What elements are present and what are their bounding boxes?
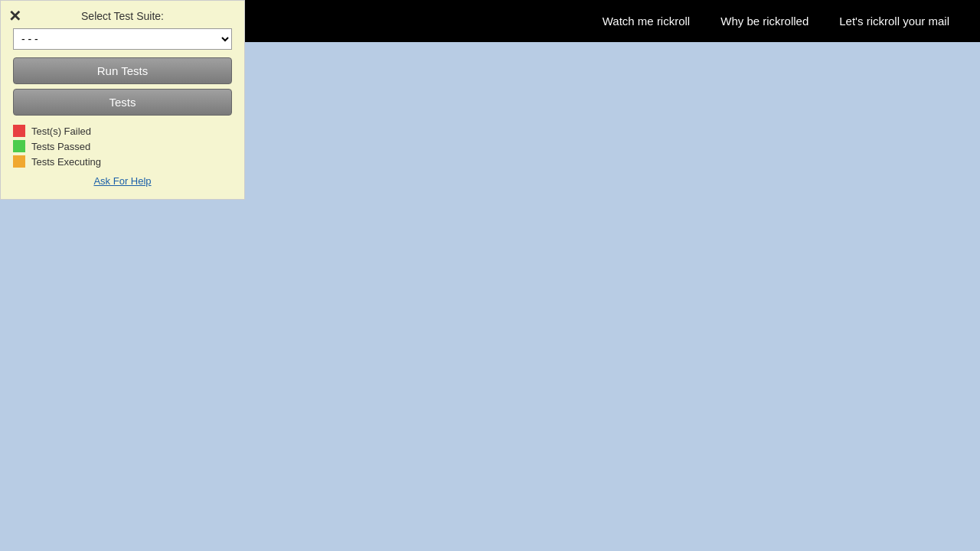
legend-executing: Tests Executing: [13, 155, 232, 168]
tests-button[interactable]: Tests: [13, 89, 232, 116]
suite-select[interactable]: - - -: [13, 28, 232, 50]
executing-label: Tests Executing: [31, 156, 101, 168]
executing-color-swatch: [13, 155, 25, 168]
close-button[interactable]: ✕: [8, 8, 21, 24]
ask-for-help-link[interactable]: Ask For Help: [13, 175, 232, 187]
nav-watch[interactable]: Watch me rickroll: [603, 15, 690, 28]
nav-why[interactable]: Why be rickrolled: [720, 15, 808, 28]
legend-failed: Test(s) Failed: [13, 125, 232, 137]
legend-passed: Tests Passed: [13, 140, 232, 152]
main-nav: Watch me rickroll Why be rickrolled Let'…: [603, 15, 949, 28]
run-tests-button[interactable]: Run Tests: [13, 57, 232, 84]
passed-color-swatch: [13, 140, 25, 152]
nav-mail[interactable]: Let's rickroll your mail: [839, 15, 949, 28]
failed-label: Test(s) Failed: [31, 126, 91, 137]
test-panel: ✕ Select Test Suite: - - - Run Tests Tes…: [0, 0, 245, 200]
failed-color-swatch: [13, 125, 25, 137]
legend: Test(s) Failed Tests Passed Tests Execut…: [13, 125, 232, 168]
passed-label: Tests Passed: [31, 141, 90, 152]
suite-label: Select Test Suite:: [13, 10, 232, 22]
